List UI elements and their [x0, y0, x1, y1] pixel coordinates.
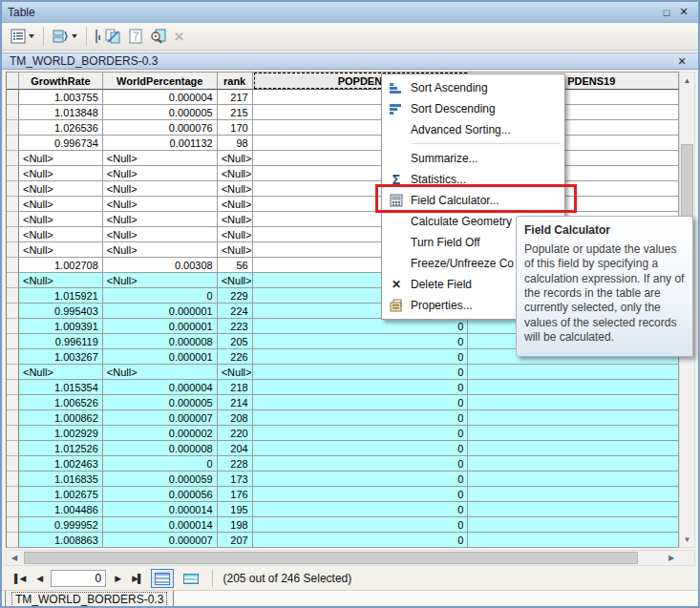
- table-cell[interactable]: 224: [218, 304, 253, 319]
- horizontal-scroll-thumb[interactable]: [24, 552, 638, 564]
- table-cell[interactable]: 0: [103, 288, 218, 304]
- table-cell[interactable]: 1.002929: [19, 426, 103, 441]
- row-selector[interactable]: [7, 227, 19, 242]
- column-header-growthrate[interactable]: GrowthRate: [19, 72, 103, 90]
- table-cell[interactable]: 1.002708: [19, 258, 103, 273]
- table-cell[interactable]: [468, 456, 679, 472]
- table-cell[interactable]: 0: [253, 334, 469, 349]
- row-selector[interactable]: [7, 273, 19, 288]
- table-cell[interactable]: 0: [253, 380, 469, 395]
- table-cell[interactable]: [468, 395, 679, 410]
- table-cell[interactable]: <Null>: [19, 166, 103, 181]
- table-cell[interactable]: <Null>: [19, 227, 103, 242]
- table-cell[interactable]: <Null>: [103, 365, 218, 380]
- table-cell[interactable]: 1.015921: [19, 288, 103, 304]
- table-cell[interactable]: 0.995403: [19, 304, 103, 319]
- table-cell[interactable]: 215: [218, 105, 253, 120]
- table-cell[interactable]: 223: [218, 319, 253, 334]
- table-cell[interactable]: 1.003755: [19, 90, 103, 105]
- row-selector[interactable]: [7, 380, 19, 395]
- table-cell[interactable]: <Null>: [19, 273, 103, 288]
- table-cell[interactable]: <Null>: [103, 242, 218, 258]
- row-selector[interactable]: [7, 197, 19, 212]
- table-cell[interactable]: 220: [218, 426, 253, 441]
- table-cell[interactable]: 0: [253, 472, 469, 487]
- table-cell[interactable]: 1.026536: [19, 120, 103, 136]
- table-cell[interactable]: 0.999952: [19, 517, 103, 533]
- last-record-button[interactable]: ▶▌: [129, 574, 145, 583]
- table-cell[interactable]: 1.004486: [19, 502, 103, 517]
- table-cell[interactable]: 205: [218, 334, 253, 349]
- table-cell[interactable]: [468, 487, 679, 502]
- switch-selection-button[interactable]: [102, 26, 124, 47]
- table-cell[interactable]: 229: [218, 288, 253, 304]
- scroll-up-icon[interactable]: ▲: [680, 73, 694, 88]
- table-cell[interactable]: [468, 441, 679, 456]
- row-selector[interactable]: [7, 242, 19, 258]
- row-selector[interactable]: [7, 334, 19, 349]
- table-cell[interactable]: <Null>: [218, 365, 253, 380]
- table-cell[interactable]: 98: [218, 136, 253, 151]
- table-cell[interactable]: [468, 502, 679, 517]
- table-cell[interactable]: <Null>: [218, 273, 253, 288]
- table-cell[interactable]: 1.000862: [19, 410, 103, 426]
- table-cell[interactable]: <Null>: [19, 365, 103, 380]
- table-cell[interactable]: <Null>: [103, 151, 218, 166]
- row-selector[interactable]: [7, 90, 19, 105]
- doc-tab-close-icon[interactable]: ✕: [673, 53, 690, 69]
- table-cell[interactable]: 217: [218, 90, 253, 105]
- table-cell[interactable]: <Null>: [19, 181, 103, 197]
- table-cell[interactable]: 1.012526: [19, 441, 103, 456]
- column-header-worldpercentage[interactable]: WorldPercentage: [103, 72, 218, 90]
- table-cell[interactable]: 208: [218, 410, 253, 426]
- table-cell[interactable]: 226: [218, 349, 253, 365]
- maximize-icon[interactable]: □: [658, 5, 675, 20]
- table-cell[interactable]: <Null>: [103, 181, 218, 197]
- table-cell[interactable]: <Null>: [103, 212, 218, 227]
- table-cell[interactable]: 0: [253, 365, 469, 380]
- menu-item-sort-descending[interactable]: Sort Descending: [382, 98, 564, 119]
- table-cell[interactable]: [468, 426, 679, 441]
- table-cell[interactable]: 0: [253, 533, 469, 548]
- close-icon[interactable]: ✕: [675, 5, 692, 20]
- table-cell[interactable]: [468, 365, 679, 380]
- table-cell[interactable]: 0: [253, 441, 469, 456]
- vertical-scroll-thumb[interactable]: [681, 144, 693, 225]
- next-record-button[interactable]: ▶: [112, 574, 123, 583]
- table-cell[interactable]: 207: [218, 533, 253, 548]
- scroll-right-icon[interactable]: ▶: [664, 551, 679, 565]
- table-cell[interactable]: 173: [218, 472, 253, 487]
- row-selector[interactable]: [7, 304, 19, 319]
- column-header-rank[interactable]: rank: [218, 72, 253, 90]
- table-cell[interactable]: 198: [218, 517, 253, 533]
- table-cell[interactable]: 1.002463: [19, 456, 103, 472]
- table-cell[interactable]: <Null>: [19, 151, 103, 166]
- table-cell[interactable]: 0: [253, 487, 469, 502]
- table-cell[interactable]: 1.003267: [19, 349, 103, 365]
- row-selector[interactable]: [7, 166, 19, 181]
- menu-item-advanced-sorting[interactable]: Advanced Sorting...: [382, 119, 564, 140]
- table-cell[interactable]: 1.009391: [19, 319, 103, 334]
- table-cell[interactable]: <Null>: [218, 197, 253, 212]
- table-cell[interactable]: 0: [253, 319, 469, 334]
- show-all-records-button[interactable]: [151, 569, 174, 588]
- table-cell[interactable]: [468, 410, 679, 426]
- previous-record-button[interactable]: ◀: [33, 574, 45, 583]
- table-cell[interactable]: 1.008863: [19, 533, 103, 548]
- table-cell[interactable]: 214: [218, 395, 253, 410]
- table-cell[interactable]: 0.000005: [103, 105, 218, 120]
- table-cell[interactable]: 1.015354: [19, 380, 103, 395]
- table-cell[interactable]: 218: [218, 380, 253, 395]
- table-cell[interactable]: 0.000002: [103, 426, 218, 441]
- row-selector[interactable]: [7, 456, 19, 472]
- table-cell[interactable]: 1.002675: [19, 487, 103, 502]
- table-cell[interactable]: 0.000008: [103, 334, 218, 349]
- table-cell[interactable]: 0.000007: [103, 533, 218, 548]
- table-cell[interactable]: <Null>: [19, 242, 103, 258]
- table-cell[interactable]: <Null>: [103, 197, 218, 212]
- table-cell[interactable]: 0.000059: [103, 472, 218, 487]
- show-selected-records-button[interactable]: [180, 569, 202, 588]
- table-cell[interactable]: <Null>: [103, 227, 218, 242]
- table-cell[interactable]: 0.000001: [103, 349, 218, 365]
- row-selector[interactable]: [7, 349, 19, 365]
